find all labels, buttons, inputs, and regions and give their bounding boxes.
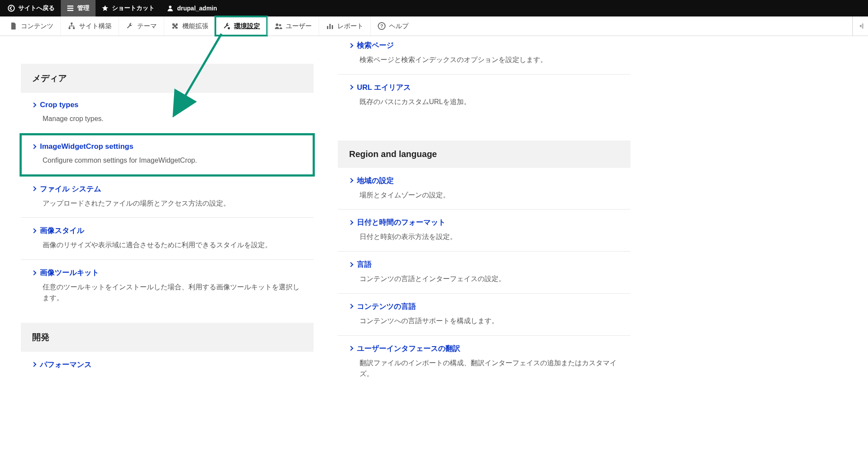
entry-ui-translation: ユーザーインタフェースの翻訳 翻訳ファイルのインポートの構成、翻訳インターフェイ… — [338, 336, 630, 388]
crop-types-link[interactable]: Crop types — [32, 101, 302, 109]
menubar-structure[interactable]: サイト構築 — [60, 16, 119, 36]
regional-settings-label: 地域の設定 — [357, 176, 394, 186]
user-icon — [167, 5, 174, 12]
entry-performance: パフォーマンス — [21, 352, 314, 370]
date-time-desc: 日付と時刻の表示方法を設定。 — [349, 232, 619, 242]
entry-language: 言語 コンテンツの言語とインターフェイスの設定。 — [338, 252, 630, 294]
chevron-right-icon — [31, 228, 36, 233]
svg-rect-9 — [330, 24, 331, 29]
content-language-link[interactable]: コンテンツの言語 — [349, 301, 619, 311]
admin-toolbar: サイトへ戻る 管理 ショートカット drupal_admin — [0, 0, 868, 16]
menubar-help-label: ヘルプ — [389, 22, 409, 30]
menubar-people-label: ユーザー — [286, 22, 312, 30]
entry-crop-types: Crop types Manage crop types. — [21, 93, 314, 134]
image-toolkit-link[interactable]: 画像ツールキット — [32, 268, 302, 278]
menubar-configuration-label: 環境設定 — [234, 22, 260, 30]
ui-translation-label: ユーザーインタフェースの翻訳 — [357, 344, 460, 354]
back-to-site-button[interactable]: サイトへ戻る — [2, 0, 61, 16]
svg-rect-13 — [862, 23, 863, 29]
chevron-right-icon — [348, 43, 353, 48]
crop-types-desc: Manage crop types. — [32, 114, 302, 124]
image-styles-link[interactable]: 画像スタイル — [32, 226, 302, 236]
shortcuts-label: ショートカット — [112, 4, 155, 12]
entry-search-pages: 検索ページ 検索ページと検索インデックスのオプションを設定します。 — [338, 39, 630, 75]
help-icon: ? — [378, 22, 386, 30]
menubar-extend-label: 機能拡張 — [182, 22, 208, 30]
menubar-people[interactable]: ユーザー — [267, 16, 319, 36]
content-language-desc: コンテンツへの言語サポートを構成します。 — [349, 316, 619, 327]
structure-icon — [68, 22, 76, 30]
svg-rect-4 — [73, 27, 75, 29]
image-styles-label: 画像スタイル — [40, 226, 84, 236]
people-icon — [274, 22, 282, 30]
regional-settings-desc: 場所とタイムゾーンの設定。 — [349, 190, 619, 201]
user-label: drupal_admin — [177, 5, 217, 12]
search-pages-label: 検索ページ — [357, 40, 394, 50]
entry-image-toolkit: 画像ツールキット 任意のツールキットをインストールした場合、利用する画像ツールキ… — [21, 260, 314, 312]
menubar-configuration[interactable]: 環境設定 — [215, 16, 267, 36]
chevron-right-icon — [31, 144, 36, 149]
ui-translation-desc: 翻訳ファイルのインポートの構成、翻訳インターフェイスの追加またはカスタマイズ。 — [349, 358, 619, 380]
ui-translation-link[interactable]: ユーザーインタフェースの翻訳 — [349, 344, 619, 354]
back-to-site-label: サイトへ戻る — [18, 4, 55, 12]
bar-chart-icon — [326, 22, 334, 30]
entry-regional-settings: 地域の設定 場所とタイムゾーンの設定。 — [338, 168, 630, 210]
document-icon — [10, 22, 17, 30]
menubar-appearance[interactable]: テーマ — [119, 16, 164, 36]
regional-settings-link[interactable]: 地域の設定 — [349, 176, 619, 186]
imagewidgetcrop-link[interactable]: ImageWidgetCrop settings — [32, 142, 302, 151]
media-section-head: メディア — [21, 64, 314, 93]
menubar-help[interactable]: ? ヘルプ — [370, 16, 416, 36]
search-pages-link[interactable]: 検索ページ — [349, 40, 619, 50]
manage-button[interactable]: 管理 — [61, 0, 96, 16]
url-aliases-link[interactable]: URL エイリアス — [349, 82, 619, 92]
content-language-label: コンテンツの言語 — [357, 301, 416, 311]
development-section-head: 開発 — [21, 323, 314, 352]
menubar-content[interactable]: コンテンツ — [3, 16, 60, 36]
left-column: メディア Crop types Manage crop types. Image… — [21, 39, 314, 388]
imagewidgetcrop-label: ImageWidgetCrop settings — [40, 142, 133, 151]
orientation-icon — [857, 23, 864, 29]
crop-types-label: Crop types — [40, 101, 79, 109]
svg-rect-10 — [332, 25, 333, 29]
menubar-content-label: コンテンツ — [21, 22, 53, 30]
config-page: メディア Crop types Manage crop types. Image… — [0, 36, 651, 405]
date-time-link[interactable]: 日付と時間のフォーマット — [349, 217, 619, 227]
language-desc: コンテンツの言語とインターフェイスの設定。 — [349, 274, 619, 285]
svg-rect-8 — [327, 26, 328, 29]
manage-label: 管理 — [77, 4, 89, 12]
chevron-right-icon — [348, 262, 353, 267]
shortcuts-button[interactable]: ショートカット — [96, 0, 161, 16]
tools-icon — [223, 22, 231, 30]
svg-rect-3 — [69, 27, 70, 29]
performance-link[interactable]: パフォーマンス — [32, 360, 302, 370]
url-aliases-label: URL エイリアス — [357, 82, 411, 92]
hamburger-icon — [67, 5, 74, 12]
image-toolkit-label: 画像ツールキット — [40, 268, 99, 278]
svg-point-5 — [228, 27, 230, 29]
user-button[interactable]: drupal_admin — [161, 0, 223, 16]
entry-imagewidgetcrop: ImageWidgetCrop settings Configure commo… — [21, 134, 314, 175]
chevron-right-icon — [31, 270, 36, 275]
menubar-extend[interactable]: 機能拡張 — [164, 16, 215, 36]
menubar-reports-label: レポート — [337, 22, 363, 30]
file-system-desc: アップロードされたファイルの場所とアクセス方法の設定。 — [32, 198, 302, 209]
admin-menubar: コンテンツ サイト構築 テーマ 機能拡張 環境設定 ユーザー レポート — [0, 16, 868, 36]
entry-date-time: 日付と時間のフォーマット 日付と時刻の表示方法を設定。 — [338, 210, 630, 252]
image-toolkit-desc: 任意のツールキットをインストールした場合、利用する画像ツールキットを選択します。 — [32, 282, 302, 304]
svg-rect-2 — [71, 23, 73, 24]
imagewidgetcrop-desc: Configure common settings for ImageWidge… — [32, 155, 302, 166]
back-arrow-icon — [8, 5, 15, 12]
puzzle-icon — [171, 22, 179, 30]
file-system-link[interactable]: ファイル システム — [32, 184, 302, 194]
right-column: 検索ページ 検索ページと検索インデックスのオプションを設定します。 URL エイ… — [338, 39, 630, 388]
chevron-right-icon — [348, 178, 353, 183]
toolbar-orientation-toggle[interactable] — [852, 16, 868, 36]
wrench-icon — [126, 22, 134, 30]
region-language-section-head: Region and language — [338, 141, 630, 168]
entry-content-language: コンテンツの言語 コンテンツへの言語サポートを構成します。 — [338, 294, 630, 336]
language-link[interactable]: 言語 — [349, 259, 619, 269]
svg-point-6 — [276, 23, 278, 26]
menubar-reports[interactable]: レポート — [319, 16, 370, 36]
menubar-appearance-label: テーマ — [137, 22, 157, 30]
